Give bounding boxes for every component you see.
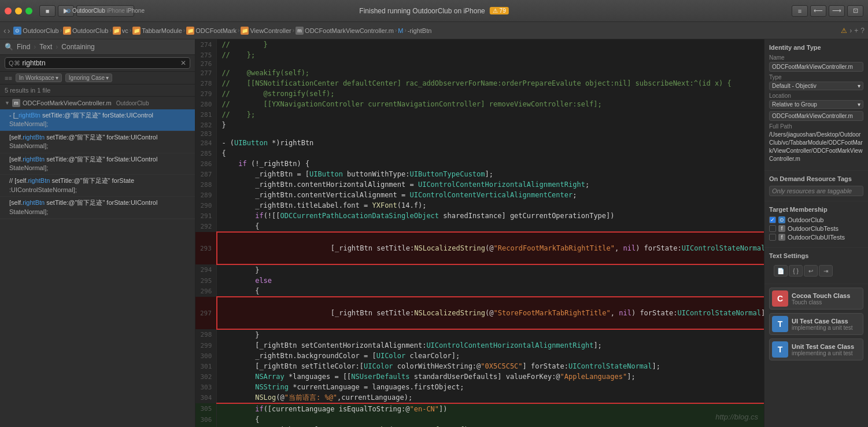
code-row-275: 275 // };: [195, 50, 764, 60]
search-input-wrap[interactable]: Q⌘ ✕: [5, 57, 190, 69]
case-selector[interactable]: Ignoring Case ▾: [65, 73, 112, 82]
result-item-4[interactable]: // [self.rightBtn setTitle:@"留下足迹" forSt…: [0, 175, 195, 197]
nav-btn[interactable]: ⟵: [810, 5, 826, 17]
code-row-287: 287 _rightBtn = [UIButton buttonWithType…: [195, 169, 764, 179]
cocoa-card-subtitle: Touch class: [792, 299, 860, 305]
on-demand-title: On Demand Resource Tags: [769, 175, 863, 182]
code-row-298: 298 }: [195, 329, 764, 340]
scope-selector[interactable]: In Workspace ▾: [16, 73, 62, 82]
membership-item-3[interactable]: f OutdoorClubUITests: [769, 234, 863, 241]
membership-checkbox-2[interactable]: [769, 225, 776, 232]
code-row-280: 280 // [[YXNavigationController currentN…: [195, 99, 764, 109]
code-row-290: 290 _rightBtn.titleLabel.font = YXFont(1…: [195, 200, 764, 211]
split-btn[interactable]: ⊡: [847, 5, 863, 17]
name-field: Name ODCFootMarkViewController.m: [769, 54, 863, 72]
breadcrumb-item-8[interactable]: M: [398, 27, 403, 34]
code-row-286: 286 if (!_rightBtn) {: [195, 159, 764, 169]
result-item-2[interactable]: [self.rightBtn setTitle:@"留下足迹" forState…: [0, 131, 195, 153]
code-row-299: 299 [_rightBtn setContentHorizontalAlign…: [195, 340, 764, 351]
code-row-284: 284 - (UIButton *)rightBtn: [195, 138, 764, 148]
tags-input[interactable]: Only resources are taggable: [769, 186, 863, 196]
results-summary: 5 results in 1 file: [0, 84, 195, 97]
minimize-button[interactable]: [15, 8, 22, 14]
search-input[interactable]: [23, 59, 178, 67]
name-value[interactable]: ODCFootMarkViewController.m: [769, 62, 863, 72]
title-center: Finished running OutdoorClub on iPhone ⚠…: [359, 7, 508, 15]
unittest-card[interactable]: T Unit Test Case Class implementing a un…: [769, 338, 863, 360]
breadcrumb-item-1[interactable]: ⊙ OutdoorClub: [13, 27, 58, 35]
fwd-btn[interactable]: ⟶: [829, 5, 845, 17]
folder-icon: 📁: [63, 27, 71, 35]
scheme-name: OutdoorClub: [72, 8, 105, 14]
location-dropdown-icon: ▾: [858, 101, 860, 108]
relative-path-value: ODCFootMarkViewController.m: [769, 111, 863, 121]
text-settings-section: Text Settings 📄 { } ↩ ⇥: [764, 248, 868, 284]
breadcrumb-item-9[interactable]: -rightBtn: [408, 27, 432, 34]
result-file-icon: m: [12, 99, 20, 107]
code-table: 274 // } 275 // }; 276 277 // @weaki: [195, 39, 764, 427]
clear-search-icon[interactable]: ✕: [180, 59, 186, 67]
breadcrumb-item-3[interactable]: 📁 vc: [113, 27, 128, 35]
result-item-5[interactable]: [self.rightBtn setTitle:@"留下足迹" forState…: [0, 197, 195, 219]
help-icon[interactable]: ?: [860, 27, 865, 35]
ts-tab-indent[interactable]: ↩: [804, 265, 818, 277]
breadcrumb-item-7[interactable]: m ODCFootMarkViewController.m: [296, 27, 394, 35]
target-membership-title: Target Membership: [769, 206, 863, 213]
breadcrumb-item-2[interactable]: 📁 OutdoorClub: [63, 27, 108, 35]
breadcrumb-item-5[interactable]: 📁 ODCFootMark: [186, 27, 237, 35]
breadcrumb-item-4[interactable]: 📁 TabbarModule: [132, 27, 182, 35]
result-group: ▼ m ODCFootMarkViewController.m OutdoorC…: [0, 97, 195, 219]
identity-type-section: Identity and Type Name ODCFootMarkViewCo…: [764, 39, 868, 171]
code-row-277: 277 // @weakify(self);: [195, 68, 764, 78]
close-button[interactable]: [5, 8, 12, 14]
code-row-276: 276: [195, 60, 764, 68]
toolbar-buttons: ■ ▶ ⊙ OutdoorClub iPhone iPhone: [39, 5, 134, 17]
result-item-1[interactable]: - [_rightBtn setTitle:@"留下足迹" forState:U…: [0, 109, 195, 131]
new-file-icon[interactable]: +: [854, 27, 858, 35]
stop-button[interactable]: ■: [39, 5, 56, 17]
scheme-icon: ⊙: [66, 8, 71, 14]
uitest-card[interactable]: T UI Test Case Class implementing a unit…: [769, 313, 863, 335]
result-item-3[interactable]: [self.rightBtn setTitle:@"留下足迹" forState…: [0, 153, 195, 175]
code-row-307: 307 _rightBtn.frame = CGRectMake(0, 0, 1…: [195, 425, 764, 427]
scheme-selector[interactable]: ⊙ OutdoorClub iPhone iPhone: [76, 5, 134, 17]
code-row-288: 288 _rightBtn.contentHorizontalAlignment…: [195, 179, 764, 190]
breadcrumb-nav-prev[interactable]: ‹: [3, 26, 6, 35]
titlebar: ■ ▶ ⊙ OutdoorClub iPhone iPhone Finished…: [0, 0, 868, 22]
cocoa-icon: C: [772, 290, 788, 307]
code-row-295: 295 else: [195, 275, 764, 286]
membership-item-2[interactable]: f OutdoorClubTests: [769, 225, 863, 232]
maximize-button[interactable]: [25, 8, 32, 14]
watermark: http://blog.cs: [715, 413, 758, 421]
type-select[interactable]: Default - Objectiv ▾: [769, 82, 863, 90]
text-settings-tabs: 📄 { } ↩ ⇥: [769, 263, 863, 279]
breadcrumb-nav-r[interactable]: ›: [849, 27, 852, 35]
search-input-row: Q⌘ ✕: [0, 55, 195, 72]
cocoa-touch-card[interactable]: C Cocoa Touch Class Touch class: [769, 288, 863, 310]
membership-checkbox-1[interactable]: [769, 216, 776, 223]
type-field: Type Default - Objectiv ▾: [769, 74, 863, 90]
ts-tab-doc[interactable]: 📄: [774, 265, 788, 277]
location-select[interactable]: Relative to Group ▾: [769, 100, 863, 109]
chevron-icon: ▼: [5, 100, 10, 106]
ts-tab-code[interactable]: { }: [789, 265, 803, 277]
search-options: ≡≡ In Workspace ▾ Ignoring Case ▾: [0, 72, 195, 84]
uitest-card-subtitle: implementing a unit test: [792, 325, 860, 331]
code-row-296: 296 {: [195, 286, 764, 297]
code-area[interactable]: 274 // } 275 // }; 276 277 // @weaki: [195, 39, 764, 427]
code-row-304: 304 NSLog(@"当前语言: %@",currentLanguage);: [195, 392, 764, 403]
code-row-293: 293 [_rightBtn setTitle:NSLocalizedStrin…: [195, 232, 764, 264]
find-label: Find: [17, 43, 30, 51]
breadcrumb-item-6[interactable]: 📁 ViewController: [241, 27, 291, 35]
layout-btn[interactable]: ≡: [792, 5, 808, 17]
ts-tab-wrap[interactable]: ⇥: [819, 265, 833, 277]
membership-checkbox-3[interactable]: [769, 234, 776, 241]
result-group-header[interactable]: ▼ m ODCFootMarkViewController.m OutdoorC…: [0, 97, 195, 109]
search-header: 🔍 Find › Text › Containing: [0, 39, 195, 55]
code-row-289: 289 _rightBtn.contentVerticalAlignment =…: [195, 190, 764, 200]
title-right: ≡ ⟵ ⟶ ⊡: [792, 5, 863, 17]
new-file-cards: C Cocoa Touch Class Touch class T UI Tes…: [764, 284, 868, 364]
code-row-283: 283: [195, 130, 764, 138]
breadcrumb-nav-next[interactable]: ›: [8, 26, 10, 35]
membership-item-1[interactable]: ⊙ OutdoorClub: [769, 216, 863, 223]
